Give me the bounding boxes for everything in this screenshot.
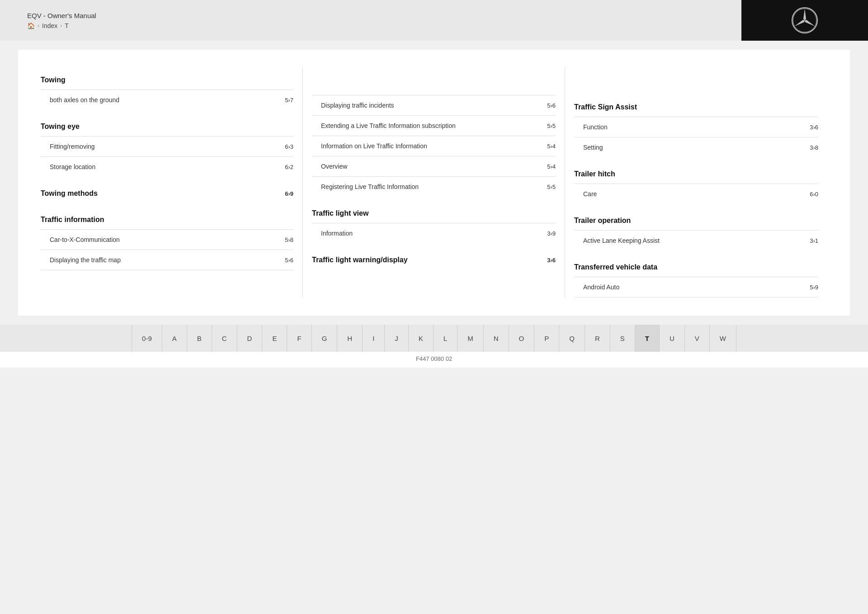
entry-info-live[interactable]: Information on Live Traffic Information … [312, 136, 556, 156]
alpha-item-F[interactable]: F [287, 325, 311, 352]
section-traffic-sign-assist: Traffic Sign Assist [574, 95, 818, 117]
entry-label-android-auto: Android Auto [583, 283, 810, 291]
entry-page-setting: 3›8 [810, 144, 818, 151]
section-transferred-data: Transferred vehicle data [574, 255, 818, 277]
header-brand: EQV - Owner's Manual 🏠 › Index › T [27, 12, 96, 29]
column-1: Towing both axles on the ground 5›7 Towi… [41, 68, 303, 298]
entry-displaying-incidents[interactable]: Displaying traffic incidents 5›6 [312, 95, 556, 115]
alpha-item-N[interactable]: N [484, 325, 509, 352]
entry-page-traffic-map: 5›6 [285, 257, 293, 264]
entry-label-incidents: Displaying traffic incidents [321, 102, 547, 109]
entry-care[interactable]: Care 6›0 [574, 184, 818, 204]
alpha-item-Q[interactable]: Q [559, 325, 585, 352]
section-traffic-light-warning-page: 3›6 [547, 257, 556, 264]
alpha-item-P[interactable]: P [534, 325, 559, 352]
entry-information[interactable]: Information 3›9 [312, 223, 556, 243]
entry-label-traffic-map: Displaying the traffic map [50, 256, 285, 264]
entry-label-setting: Setting [583, 144, 810, 151]
index-grid: Towing both axles on the ground 5›7 Towi… [41, 68, 827, 298]
alpha-item-J[interactable]: J [385, 325, 409, 352]
entry-extending-live[interactable]: Extending a Live Traffic Information sub… [312, 115, 556, 136]
alpha-item-O[interactable]: O [509, 325, 535, 352]
section-traffic-info: Traffic information [41, 208, 293, 229]
header: EQV - Owner's Manual 🏠 › Index › T [0, 0, 868, 41]
breadcrumb-index[interactable]: Index [42, 22, 57, 29]
entry-page-storage: 6›2 [285, 164, 293, 170]
section-towing-eye: Towing eye [41, 114, 293, 136]
logo-black-bg [741, 0, 868, 41]
header-logo-area [714, 0, 868, 41]
entry-label-function: Function [583, 123, 810, 131]
entry-page-fitting: 6›3 [285, 143, 293, 150]
footer: F447 0080 02 [0, 352, 868, 368]
entry-label-care: Care [583, 190, 810, 198]
home-icon[interactable]: 🏠 [27, 22, 35, 29]
alpha-item-B[interactable]: B [187, 325, 212, 352]
alpha-item-A[interactable]: A [162, 325, 187, 352]
alpha-item-D[interactable]: D [237, 325, 263, 352]
section-towing: Towing [41, 68, 293, 90]
entry-page-android-auto: 5›9 [810, 284, 818, 291]
entry-label-overview: Overview [321, 163, 547, 170]
entry-car-x-comm[interactable]: Car-to-X-Communication 5›8 [41, 229, 293, 250]
alphabet-nav: 0-9ABCDEFGHIJKLMNOPQRSTUVW [0, 325, 868, 352]
column-2: Displaying traffic incidents 5›6 Extendi… [303, 68, 565, 298]
alpha-item-S[interactable]: S [610, 325, 635, 352]
alpha-item-K[interactable]: K [409, 325, 434, 352]
breadcrumb-current: T [65, 22, 69, 29]
entry-page-registering: 5›5 [547, 184, 556, 190]
entry-label-information: Information [321, 230, 547, 237]
alpha-item-I[interactable]: I [363, 325, 385, 352]
entry-page-info-live: 5›4 [547, 143, 556, 150]
entry-storage-location[interactable]: Storage location 6›2 [41, 156, 293, 177]
entry-page-information: 3›9 [547, 230, 556, 237]
entry-setting[interactable]: Setting 3›8 [574, 137, 818, 157]
entry-fitting-removing[interactable]: Fitting/removing 6›3 [41, 136, 293, 156]
entry-overview[interactable]: Overview 5›4 [312, 156, 556, 176]
section-traffic-light-warning-label: Traffic light warning/display [312, 256, 408, 264]
alpha-item-G[interactable]: G [312, 325, 338, 352]
entry-page-both-axles: 5›7 [285, 97, 293, 104]
alpha-item-T[interactable]: T [635, 325, 660, 352]
entry-page-extending: 5›5 [547, 123, 556, 129]
alpha-item-C[interactable]: C [212, 325, 237, 352]
section-trailer-operation: Trailer operation [574, 208, 818, 230]
breadcrumb-sep-1: › [38, 23, 39, 29]
entry-traffic-map[interactable]: Displaying the traffic map 5›6 [41, 250, 293, 270]
section-traffic-light-warning[interactable]: Traffic light warning/display 3›6 [312, 248, 556, 269]
alpha-item-R[interactable]: R [585, 325, 610, 352]
alpha-item-V[interactable]: V [685, 325, 710, 352]
header-title: EQV - Owner's Manual [27, 12, 96, 19]
entry-active-lane[interactable]: Active Lane Keeping Assist 3›1 [574, 230, 818, 250]
section-traffic-light-view: Traffic light view [312, 201, 556, 223]
entry-label-both-axles: both axles on the ground [50, 96, 285, 104]
main-content: Towing both axles on the ground 5›7 Towi… [18, 50, 850, 316]
alpha-item-U[interactable]: U [660, 325, 685, 352]
entry-registering-live[interactable]: Registering Live Traffic Information 5›5 [312, 176, 556, 197]
entry-page-overview: 5›4 [547, 163, 556, 170]
entry-function[interactable]: Function 3›6 [574, 117, 818, 137]
entry-label-active-lane: Active Lane Keeping Assist [583, 237, 810, 244]
alpha-item-H[interactable]: H [337, 325, 363, 352]
entry-label-info-live: Information on Live Traffic Information [321, 142, 547, 150]
entry-both-axles[interactable]: both axles on the ground 5›7 [41, 90, 293, 110]
entry-page-function: 3›6 [810, 124, 818, 131]
alpha-item-M[interactable]: M [458, 325, 484, 352]
entry-page-car-x: 5›8 [285, 236, 293, 243]
alpha-item-E[interactable]: E [262, 325, 287, 352]
breadcrumb: 🏠 › Index › T [27, 22, 96, 29]
breadcrumb-sep-2: › [60, 23, 62, 29]
alpha-item-09[interactable]: 0-9 [132, 325, 162, 352]
entry-page-incidents: 5›6 [547, 102, 556, 109]
entry-label-fitting: Fitting/removing [50, 143, 285, 150]
alpha-item-L[interactable]: L [434, 325, 458, 352]
section-towing-methods-label: Towing methods [41, 189, 98, 198]
footer-code: F447 0080 02 [416, 355, 452, 362]
section-towing-methods-page: 6›9 [285, 190, 293, 197]
alpha-item-W[interactable]: W [710, 325, 736, 352]
entry-label-storage: Storage location [50, 163, 285, 170]
entry-android-auto[interactable]: Android Auto 5›9 [574, 277, 818, 298]
entry-label-car-x: Car-to-X-Communication [50, 236, 285, 243]
entry-page-active-lane: 3›1 [810, 237, 818, 244]
section-towing-methods[interactable]: Towing methods 6›9 [41, 181, 293, 203]
